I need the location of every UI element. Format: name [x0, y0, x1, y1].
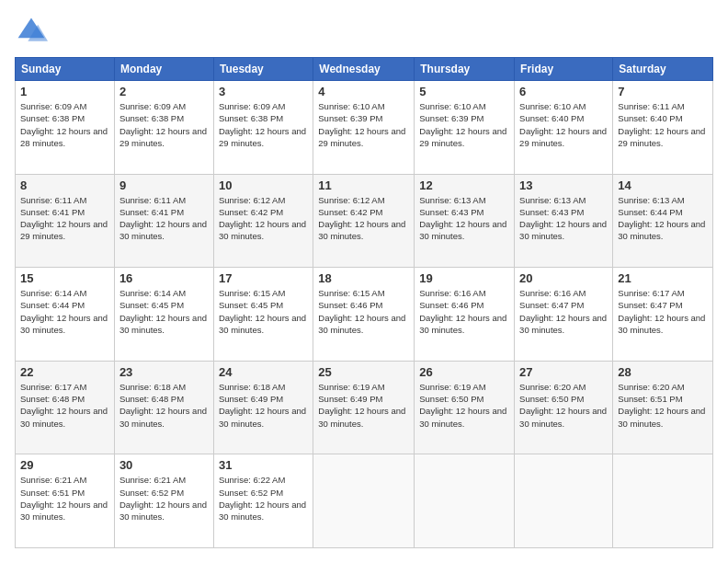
day-number: 13 [519, 178, 608, 192]
day-cell-10: 10Sunrise: 6:12 AMSunset: 6:42 PMDayligh… [213, 174, 313, 268]
day-info: Sunrise: 6:13 AMSunset: 6:44 PMDaylight:… [618, 194, 708, 243]
day-cell-31: 31Sunrise: 6:22 AMSunset: 6:52 PMDayligh… [213, 454, 313, 548]
day-number: 15 [20, 271, 109, 285]
day-info: Sunrise: 6:21 AMSunset: 6:52 PMDaylight:… [119, 474, 209, 523]
day-cell-9: 9Sunrise: 6:11 AMSunset: 6:41 PMDaylight… [114, 174, 213, 268]
day-number: 19 [419, 271, 509, 285]
day-number: 8 [20, 178, 109, 192]
day-info: Sunrise: 6:09 AMSunset: 6:38 PMDaylight:… [219, 100, 308, 149]
day-cell-20: 20Sunrise: 6:16 AMSunset: 6:47 PMDayligh… [515, 268, 613, 362]
day-cell-12: 12Sunrise: 6:13 AMSunset: 6:43 PMDayligh… [415, 174, 515, 268]
page-header [15, 15, 713, 48]
day-cell-21: 21Sunrise: 6:17 AMSunset: 6:47 PMDayligh… [613, 268, 713, 362]
day-number: 18 [318, 271, 409, 285]
day-info: Sunrise: 6:20 AMSunset: 6:50 PMDaylight:… [519, 381, 608, 430]
day-number: 24 [219, 365, 308, 379]
col-header-friday: Friday [515, 58, 613, 81]
day-number: 27 [519, 365, 608, 379]
day-cell-2: 2Sunrise: 6:09 AMSunset: 6:38 PMDaylight… [114, 81, 213, 175]
day-number: 20 [519, 271, 608, 285]
col-header-tuesday: Tuesday [213, 58, 313, 81]
day-info: Sunrise: 6:22 AMSunset: 6:52 PMDaylight:… [219, 474, 308, 523]
day-cell-29: 29Sunrise: 6:21 AMSunset: 6:51 PMDayligh… [16, 454, 115, 548]
day-number: 25 [318, 365, 409, 379]
day-cell-17: 17Sunrise: 6:15 AMSunset: 6:45 PMDayligh… [213, 268, 313, 362]
day-info: Sunrise: 6:12 AMSunset: 6:42 PMDaylight:… [219, 194, 308, 243]
day-number: 28 [618, 365, 708, 379]
day-info: Sunrise: 6:19 AMSunset: 6:49 PMDaylight:… [318, 381, 409, 430]
day-number: 11 [318, 178, 409, 192]
day-number: 2 [119, 85, 209, 98]
day-number: 7 [618, 85, 708, 98]
day-info: Sunrise: 6:19 AMSunset: 6:50 PMDaylight:… [419, 381, 509, 430]
day-cell-14: 14Sunrise: 6:13 AMSunset: 6:44 PMDayligh… [613, 174, 713, 268]
day-number: 6 [519, 85, 608, 98]
day-info: Sunrise: 6:14 AMSunset: 6:44 PMDaylight:… [20, 287, 109, 336]
day-number: 26 [419, 365, 509, 379]
col-header-wednesday: Wednesday [313, 58, 415, 81]
day-number: 12 [419, 178, 509, 192]
col-header-saturday: Saturday [613, 58, 713, 81]
day-cell-3: 3Sunrise: 6:09 AMSunset: 6:38 PMDaylight… [213, 81, 313, 175]
day-cell-28: 28Sunrise: 6:20 AMSunset: 6:51 PMDayligh… [613, 361, 713, 454]
empty-cell [415, 454, 515, 548]
day-info: Sunrise: 6:16 AMSunset: 6:47 PMDaylight:… [519, 287, 608, 336]
day-info: Sunrise: 6:09 AMSunset: 6:38 PMDaylight:… [119, 100, 209, 149]
day-number: 23 [119, 365, 209, 379]
day-cell-16: 16Sunrise: 6:14 AMSunset: 6:45 PMDayligh… [114, 268, 213, 362]
day-info: Sunrise: 6:17 AMSunset: 6:48 PMDaylight:… [20, 381, 109, 430]
day-cell-7: 7Sunrise: 6:11 AMSunset: 6:40 PMDaylight… [613, 81, 713, 175]
day-info: Sunrise: 6:18 AMSunset: 6:48 PMDaylight:… [119, 381, 209, 430]
day-number: 30 [119, 458, 209, 472]
day-cell-18: 18Sunrise: 6:15 AMSunset: 6:46 PMDayligh… [313, 268, 415, 362]
day-cell-24: 24Sunrise: 6:18 AMSunset: 6:49 PMDayligh… [213, 361, 313, 454]
day-info: Sunrise: 6:15 AMSunset: 6:45 PMDaylight:… [219, 287, 308, 336]
day-cell-23: 23Sunrise: 6:18 AMSunset: 6:48 PMDayligh… [114, 361, 213, 454]
col-header-thursday: Thursday [415, 58, 515, 81]
logo [15, 15, 53, 48]
day-info: Sunrise: 6:11 AMSunset: 6:41 PMDaylight:… [20, 194, 109, 243]
day-info: Sunrise: 6:13 AMSunset: 6:43 PMDaylight:… [519, 194, 608, 243]
col-header-monday: Monday [114, 58, 213, 81]
day-info: Sunrise: 6:15 AMSunset: 6:46 PMDaylight:… [318, 287, 409, 336]
day-info: Sunrise: 6:20 AMSunset: 6:51 PMDaylight:… [618, 381, 708, 430]
day-cell-22: 22Sunrise: 6:17 AMSunset: 6:48 PMDayligh… [16, 361, 115, 454]
day-cell-27: 27Sunrise: 6:20 AMSunset: 6:50 PMDayligh… [515, 361, 613, 454]
day-cell-13: 13Sunrise: 6:13 AMSunset: 6:43 PMDayligh… [515, 174, 613, 268]
day-info: Sunrise: 6:11 AMSunset: 6:40 PMDaylight:… [618, 100, 708, 149]
day-info: Sunrise: 6:10 AMSunset: 6:40 PMDaylight:… [519, 100, 608, 149]
empty-cell [613, 454, 713, 548]
day-number: 10 [219, 178, 308, 192]
day-cell-30: 30Sunrise: 6:21 AMSunset: 6:52 PMDayligh… [114, 454, 213, 548]
day-info: Sunrise: 6:18 AMSunset: 6:49 PMDaylight:… [219, 381, 308, 430]
day-cell-4: 4Sunrise: 6:10 AMSunset: 6:39 PMDaylight… [313, 81, 415, 175]
day-info: Sunrise: 6:21 AMSunset: 6:51 PMDaylight:… [20, 474, 109, 523]
empty-cell [313, 454, 415, 548]
day-cell-19: 19Sunrise: 6:16 AMSunset: 6:46 PMDayligh… [415, 268, 515, 362]
day-info: Sunrise: 6:11 AMSunset: 6:41 PMDaylight:… [119, 194, 209, 243]
day-number: 3 [219, 85, 308, 98]
day-cell-26: 26Sunrise: 6:19 AMSunset: 6:50 PMDayligh… [415, 361, 515, 454]
day-cell-25: 25Sunrise: 6:19 AMSunset: 6:49 PMDayligh… [313, 361, 415, 454]
day-number: 31 [219, 458, 308, 472]
day-number: 5 [419, 85, 509, 98]
day-number: 16 [119, 271, 209, 285]
day-number: 14 [618, 178, 708, 192]
day-info: Sunrise: 6:13 AMSunset: 6:43 PMDaylight:… [419, 194, 509, 243]
empty-cell [515, 454, 613, 548]
day-number: 9 [119, 178, 209, 192]
day-info: Sunrise: 6:16 AMSunset: 6:46 PMDaylight:… [419, 287, 509, 336]
day-number: 29 [20, 458, 109, 472]
day-cell-11: 11Sunrise: 6:12 AMSunset: 6:42 PMDayligh… [313, 174, 415, 268]
day-number: 1 [20, 85, 109, 98]
day-cell-1: 1Sunrise: 6:09 AMSunset: 6:38 PMDaylight… [16, 81, 115, 175]
day-number: 21 [618, 271, 708, 285]
day-info: Sunrise: 6:17 AMSunset: 6:47 PMDaylight:… [618, 287, 708, 336]
day-cell-5: 5Sunrise: 6:10 AMSunset: 6:39 PMDaylight… [415, 81, 515, 175]
day-info: Sunrise: 6:10 AMSunset: 6:39 PMDaylight:… [419, 100, 509, 149]
day-cell-6: 6Sunrise: 6:10 AMSunset: 6:40 PMDaylight… [515, 81, 613, 175]
day-cell-8: 8Sunrise: 6:11 AMSunset: 6:41 PMDaylight… [16, 174, 115, 268]
day-info: Sunrise: 6:12 AMSunset: 6:42 PMDaylight:… [318, 194, 409, 243]
day-number: 17 [219, 271, 308, 285]
logo-icon [15, 15, 48, 48]
